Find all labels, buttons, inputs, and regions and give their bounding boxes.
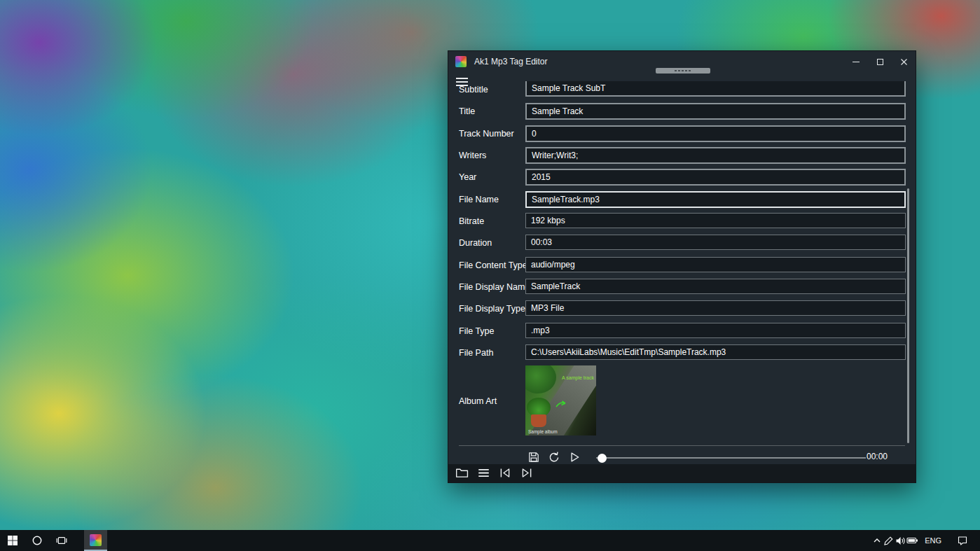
field-label-writers: Writers — [459, 148, 486, 163]
previous-track-button[interactable] — [499, 459, 512, 472]
window-controls — [844, 51, 916, 72]
chevron-up-icon — [872, 536, 882, 545]
field-input-file-display-type[interactable] — [525, 300, 906, 316]
field-input-track-number[interactable] — [525, 125, 906, 142]
field-label-track-number: Track Number — [459, 126, 514, 141]
search-circle-icon — [32, 535, 43, 546]
field-row-bitrate: Bitrate — [448, 213, 916, 235]
field-row-file-path: File Path — [448, 344, 916, 366]
elapsed-time: 00:00 — [867, 451, 888, 462]
field-row-title: Title — [448, 103, 916, 125]
field-label-year: Year — [459, 169, 476, 185]
taskbar: ENG — [0, 530, 980, 551]
taskbar-left — [0, 530, 74, 551]
drag-handle[interactable] — [656, 68, 710, 74]
field-label-file-content-type: File Content Type — [459, 258, 527, 273]
field-label-subtitle: Subtitle — [459, 82, 488, 97]
field-label-bitrate: Bitrate — [459, 214, 484, 229]
close-button[interactable] — [892, 51, 916, 72]
field-row-year: Year — [448, 169, 916, 190]
minimize-button[interactable] — [844, 51, 868, 72]
album-art-album-caption: Sample album — [528, 429, 558, 434]
window-title: Ak1 Mp3 Tag Editor — [474, 57, 548, 67]
app-icon — [455, 56, 467, 67]
field-label-file-name: File Name — [459, 192, 499, 207]
field-input-title[interactable] — [525, 103, 906, 120]
minimize-icon — [853, 62, 860, 62]
field-row-file-display-type: File Display Type — [448, 300, 916, 322]
mp3-tag-editor-app-icon — [90, 534, 102, 546]
album-art-track-caption: A sample track — [562, 375, 594, 380]
folder-icon — [455, 467, 469, 479]
form-fields: SubtitleTitleTrack NumberWritersYearFile… — [448, 81, 916, 366]
task-view-button[interactable] — [49, 530, 74, 551]
vertical-scrollbar[interactable] — [907, 188, 909, 443]
next-track-icon — [520, 467, 533, 479]
field-row-file-display-name: File Display Name — [448, 279, 916, 300]
field-row-file-type: File Type — [448, 323, 916, 344]
volume-button[interactable] — [895, 530, 906, 551]
field-row-file-name: File Name — [448, 191, 916, 213]
system-tray: ENG — [871, 530, 980, 551]
field-row-writers: Writers — [448, 147, 916, 169]
field-label-file-type: File Type — [459, 323, 495, 339]
field-label-file-path: File Path — [459, 345, 493, 361]
tray-overflow-button[interactable] — [871, 530, 883, 551]
hamburger-icon — [456, 78, 468, 79]
open-folder-button[interactable] — [455, 459, 469, 472]
field-input-file-display-name[interactable] — [525, 279, 906, 294]
field-row-track-number: Track Number — [448, 125, 916, 147]
taskbar-app-button[interactable] — [84, 530, 107, 551]
seek-slider[interactable] — [596, 453, 866, 463]
field-row-subtitle: Subtitle — [448, 81, 916, 103]
field-row-duration: Duration — [448, 235, 916, 256]
field-row-file-content-type: File Content Type — [448, 257, 916, 279]
close-icon — [899, 57, 909, 67]
task-view-icon — [56, 535, 67, 546]
field-input-writers[interactable] — [525, 147, 906, 164]
pen-settings-button[interactable] — [883, 530, 895, 551]
field-input-subtitle[interactable] — [525, 81, 906, 97]
maximize-icon — [877, 59, 883, 65]
playlist-icon — [477, 467, 490, 479]
player-divider — [459, 445, 905, 446]
start-button[interactable] — [0, 530, 25, 551]
field-label-file-display-type: File Display Type — [459, 301, 525, 316]
action-center-icon — [957, 535, 968, 546]
maximize-button[interactable] — [868, 51, 892, 72]
field-input-file-name[interactable] — [525, 191, 906, 208]
previous-track-icon — [499, 467, 511, 479]
next-track-button[interactable] — [520, 459, 534, 472]
cortana-search-button[interactable] — [25, 530, 49, 551]
album-art-thumbnail[interactable]: A sample track Sample album — [525, 365, 596, 435]
pen-icon — [883, 536, 894, 546]
speaker-icon — [895, 536, 906, 546]
field-input-duration[interactable] — [525, 235, 906, 250]
bottom-toolbar — [448, 464, 916, 482]
battery-button[interactable] — [906, 530, 918, 551]
windows-logo-icon — [7, 535, 18, 546]
field-input-file-content-type[interactable] — [525, 257, 906, 272]
field-label-duration: Duration — [459, 235, 492, 251]
field-input-file-path[interactable] — [525, 344, 906, 360]
field-input-file-type[interactable] — [525, 323, 906, 338]
seek-thumb[interactable] — [598, 454, 607, 463]
album-art-label: Album Art — [459, 396, 497, 407]
album-art-foliage — [525, 365, 556, 393]
playlist-button[interactable] — [477, 459, 490, 472]
album-art-arrow-icon — [555, 399, 567, 409]
field-input-year[interactable] — [525, 169, 906, 186]
field-label-title: Title — [459, 104, 475, 119]
seek-track[interactable] — [596, 457, 866, 459]
action-center-button[interactable] — [955, 530, 969, 551]
field-label-file-display-name: File Display Name — [459, 279, 530, 295]
battery-icon — [906, 536, 918, 545]
play-button[interactable] — [568, 451, 581, 463]
language-indicator[interactable]: ENG — [922, 530, 944, 551]
album-art-pot — [531, 414, 546, 427]
app-window: Ak1 Mp3 Tag Editor SubtitleTitleTrack Nu… — [448, 50, 916, 483]
undo-button[interactable] — [548, 451, 560, 463]
field-input-bitrate[interactable] — [525, 213, 906, 228]
